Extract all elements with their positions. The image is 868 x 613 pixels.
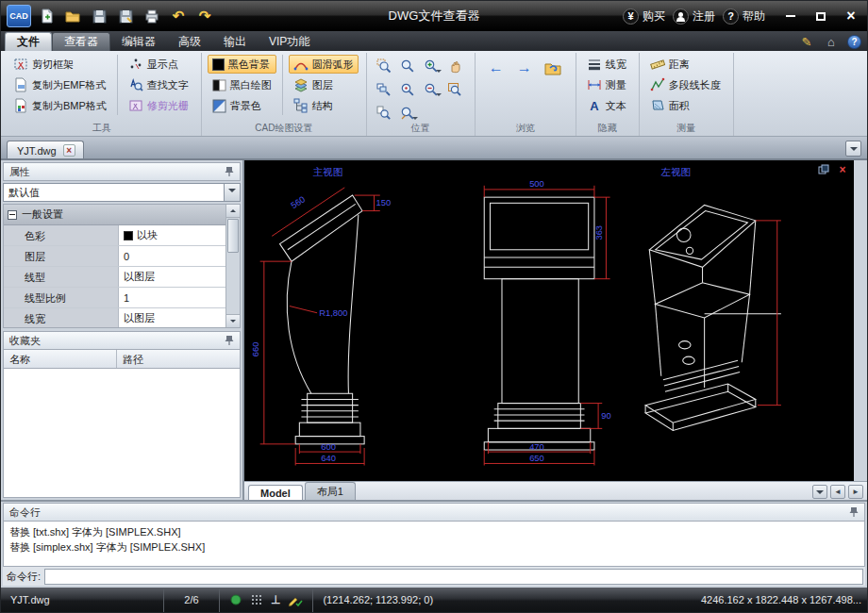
- dim-label: 660: [251, 342, 260, 356]
- property-row-layer[interactable]: 图层 0: [4, 246, 225, 267]
- register-button[interactable]: 注册: [673, 8, 715, 25]
- sheet-dropdown-button[interactable]: [812, 485, 827, 499]
- open-button[interactable]: [61, 5, 84, 27]
- zoom-in-caret-icon[interactable]: [436, 70, 442, 75]
- app-logo[interactable]: CAD: [7, 5, 31, 27]
- snap-icon[interactable]: [229, 593, 242, 606]
- hide-text-button[interactable]: A 文本: [582, 96, 631, 115]
- scrollbar-thumb[interactable]: [227, 219, 239, 253]
- bw-drawing-button[interactable]: 黑白绘图: [208, 75, 276, 94]
- buy-button[interactable]: ¥ 购买: [623, 8, 665, 25]
- command-panel-header: 命令行: [3, 503, 865, 522]
- command-input[interactable]: [44, 569, 863, 585]
- measure-ruler-icon: [587, 77, 602, 92]
- line-width-button[interactable]: 线宽: [582, 55, 631, 74]
- cad-drawing[interactable]: 150 560 R1,800 660 600 640 500 363 90 47…: [244, 160, 854, 481]
- ribbon-help-icon[interactable]: ?: [847, 35, 861, 49]
- smooth-arcs-toggle[interactable]: 圆滑弧形: [289, 55, 359, 74]
- tab-file[interactable]: 文件: [5, 32, 52, 51]
- save-as-button[interactable]: [114, 5, 137, 27]
- property-row-lineweight[interactable]: 线宽 以图层: [4, 308, 225, 328]
- tab-vip[interactable]: VIP功能: [258, 32, 321, 51]
- edit-check-icon[interactable]: [288, 593, 303, 606]
- tab-output[interactable]: 输出: [212, 32, 258, 51]
- show-points-button[interactable]: 显示点: [124, 55, 193, 74]
- black-background-icon: [212, 58, 225, 71]
- tab-model[interactable]: Model: [248, 485, 303, 500]
- back-button[interactable]: ←: [485, 57, 508, 79]
- scroll-right-button[interactable]: ►: [848, 485, 863, 499]
- minimize-button[interactable]: [780, 7, 801, 25]
- float-panel-button[interactable]: [817, 163, 830, 175]
- favorites-col-name[interactable]: 名称: [4, 350, 117, 368]
- redo-button[interactable]: ↷: [193, 5, 216, 27]
- property-grid-scrollbar[interactable]: [225, 205, 240, 327]
- forward-button[interactable]: →: [513, 57, 536, 79]
- layers-button[interactable]: 图层: [289, 75, 359, 94]
- area-label: 面积: [669, 99, 690, 113]
- zoom-center-button[interactable]: [396, 78, 419, 101]
- ortho-icon[interactable]: ⊥: [271, 593, 280, 606]
- grid-icon[interactable]: [250, 593, 263, 606]
- distance-button[interactable]: 距离: [645, 55, 726, 74]
- pen-icon[interactable]: ✎: [798, 34, 815, 49]
- help-button[interactable]: ? 帮助: [723, 8, 765, 25]
- undo-button[interactable]: ↶: [167, 5, 190, 27]
- favorites-list[interactable]: [3, 369, 241, 498]
- maximize-button[interactable]: [810, 7, 831, 25]
- tab-editor[interactable]: 编辑器: [110, 32, 167, 51]
- trim-raster-button[interactable]: 修剪光栅: [124, 96, 193, 115]
- scroll-down-button[interactable]: [226, 314, 240, 327]
- tab-layout1[interactable]: 布局1: [305, 482, 356, 500]
- zoom-dynamic-button[interactable]: [396, 55, 419, 77]
- drawing-canvas[interactable]: 150 560 R1,800 660 600 640 500 363 90 47…: [244, 160, 854, 481]
- find-text-button[interactable]: 查找文字: [124, 75, 193, 94]
- home-icon[interactable]: ⌂: [823, 34, 840, 49]
- cut-frame-button[interactable]: 剪切框架: [8, 55, 111, 74]
- zoom-out-caret-icon[interactable]: [436, 93, 442, 99]
- help-label: 帮助: [743, 8, 765, 25]
- ribbon-group-cad-settings: 黑色背景 黑白绘图 背景色 圆滑弧形: [202, 53, 367, 136]
- copy-bmp-button[interactable]: 复制为BMP格式: [8, 96, 111, 115]
- hide-measure-button[interactable]: 测量: [582, 75, 631, 94]
- pan-button[interactable]: [443, 55, 466, 77]
- close-view-button[interactable]: ×: [836, 163, 849, 175]
- collapse-icon[interactable]: [8, 210, 17, 220]
- copy-emf-button[interactable]: 复制为EMF格式: [8, 75, 111, 94]
- pin-icon[interactable]: [225, 166, 234, 177]
- command-panel: 命令行 替换 [txt.shx] 字体为 [SIMPLEX.SHX] 替换 [s…: [1, 500, 867, 588]
- print-button[interactable]: [141, 5, 163, 27]
- scroll-up-button[interactable]: [226, 205, 240, 218]
- favorites-col-path[interactable]: 路径: [117, 350, 149, 368]
- zoom-out-button[interactable]: [420, 78, 442, 101]
- cut-frame-label: 剪切框架: [32, 58, 74, 72]
- folder-back-button[interactable]: [542, 57, 564, 79]
- document-tab[interactable]: YJT.dwg ×: [7, 141, 84, 158]
- zoom-in-button[interactable]: [420, 55, 442, 77]
- black-background-toggle[interactable]: 黑色背景: [208, 55, 276, 74]
- property-row-linetype[interactable]: 线型 以图层: [4, 267, 225, 288]
- preset-dropdown[interactable]: 默认值: [3, 183, 241, 202]
- new-file-button[interactable]: [35, 5, 58, 27]
- pin-icon[interactable]: [225, 335, 234, 346]
- close-button[interactable]: ×: [841, 7, 861, 25]
- zoom-extents-button[interactable]: [443, 78, 466, 101]
- copy-emf-icon: [13, 77, 28, 92]
- property-row-color[interactable]: 色彩 以块: [4, 225, 225, 246]
- document-close-icon[interactable]: ×: [63, 144, 75, 157]
- background-color-button[interactable]: 背景色: [208, 96, 276, 115]
- tab-viewer[interactable]: 查看器: [52, 32, 110, 51]
- polyline-length-button[interactable]: 多段线长度: [645, 75, 726, 94]
- structure-button[interactable]: 结构: [289, 96, 359, 115]
- zoom-all-button[interactable]: [373, 78, 395, 101]
- save-button[interactable]: [88, 5, 110, 27]
- area-button[interactable]: 面积: [645, 96, 726, 115]
- tab-advanced[interactable]: 高级: [167, 32, 212, 51]
- zoom-window-button[interactable]: [373, 55, 395, 77]
- property-row-linetype-scale[interactable]: 线型比例 1: [4, 288, 225, 308]
- pin-icon[interactable]: [849, 506, 859, 518]
- preset-caret-button[interactable]: [224, 184, 240, 201]
- scroll-left-button[interactable]: ◄: [830, 485, 845, 499]
- tabstrip-dropdown-button[interactable]: [845, 141, 861, 157]
- property-group-row[interactable]: 一般设置: [4, 205, 225, 225]
